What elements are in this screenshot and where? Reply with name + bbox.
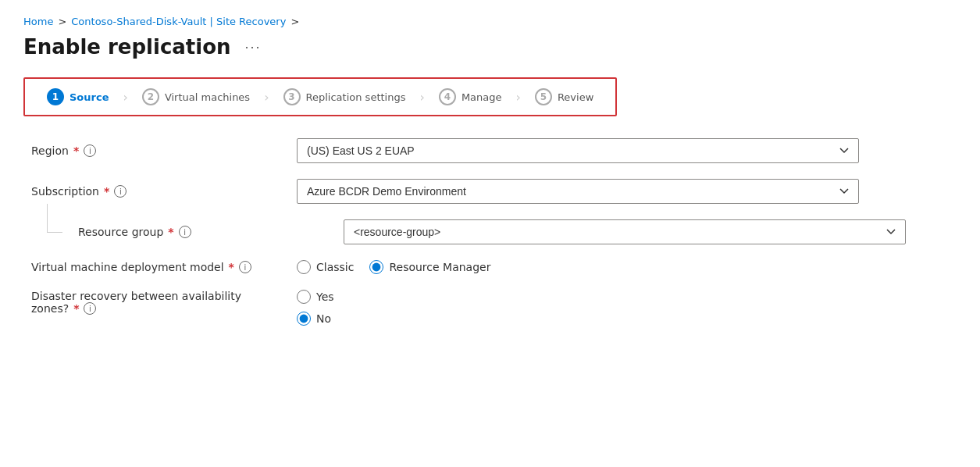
step-2-circle: 2 xyxy=(142,88,159,105)
divider-3: › xyxy=(419,90,424,105)
disaster-recovery-label: Disaster recovery between availability z… xyxy=(31,290,297,315)
disaster-recovery-yes-label: Yes xyxy=(316,291,334,303)
disaster-recovery-label-line1: Disaster recovery between availability xyxy=(31,290,241,302)
ellipsis-button[interactable]: ··· xyxy=(241,37,266,57)
step-1-label: Source xyxy=(69,91,109,103)
region-dropdown[interactable]: (US) East US 2 EUAP East US West US 2 We… xyxy=(297,138,859,163)
step-1-source[interactable]: 1 Source xyxy=(34,84,121,110)
disaster-recovery-no-label: No xyxy=(316,312,331,325)
region-row: Region * i (US) East US 2 EUAP East US W… xyxy=(31,138,949,163)
breadcrumb-home[interactable]: Home xyxy=(23,16,53,27)
disaster-recovery-no-radio[interactable] xyxy=(297,312,311,326)
subscription-info-icon[interactable]: i xyxy=(114,185,127,198)
steps-nav: 1 Source › 2 Virtual machines › 3 Replic… xyxy=(23,77,617,116)
deployment-model-resource-manager-option[interactable]: Resource Manager xyxy=(369,260,490,274)
breadcrumb-vault[interactable]: Contoso-Shared-Disk-Vault | Site Recover… xyxy=(71,16,286,27)
disaster-recovery-no-option[interactable]: No xyxy=(297,312,949,326)
disaster-recovery-info-icon[interactable]: i xyxy=(84,302,96,315)
disaster-recovery-row: Disaster recovery between availability z… xyxy=(31,290,949,326)
deployment-model-required: * xyxy=(229,261,234,273)
step-3-circle: 3 xyxy=(283,88,301,105)
resource-group-control: <resource-group> xyxy=(344,219,949,244)
resource-group-required: * xyxy=(168,226,173,238)
resource-group-row: Resource group * i <resource-group> xyxy=(31,219,949,244)
deployment-model-row: Virtual machine deployment model * i Cla… xyxy=(31,260,949,274)
disaster-recovery-required: * xyxy=(73,302,79,315)
deployment-model-resource-manager-radio[interactable] xyxy=(369,260,383,274)
region-control: (US) East US 2 EUAP East US West US 2 We… xyxy=(297,138,949,163)
subscription-control: Azure BCDR Demo Environment Visual Studi… xyxy=(297,179,949,204)
deployment-model-classic-radio[interactable] xyxy=(297,260,311,274)
subscription-dropdown[interactable]: Azure BCDR Demo Environment Visual Studi… xyxy=(297,179,859,204)
page-title: Enable replication xyxy=(23,35,231,59)
disaster-recovery-radio-group: Yes No xyxy=(297,290,949,326)
deployment-model-label: Virtual machine deployment model * i xyxy=(31,261,297,273)
subscription-required: * xyxy=(104,185,109,198)
breadcrumb-sep2: > xyxy=(290,16,299,27)
subscription-label: Subscription * i xyxy=(31,185,297,198)
disaster-recovery-yes-radio[interactable] xyxy=(297,290,311,304)
deployment-model-control: Classic Resource Manager xyxy=(297,260,949,274)
step-2-virtual-machines[interactable]: 2 Virtual machines xyxy=(130,84,262,110)
disaster-recovery-control: Yes No xyxy=(297,290,949,326)
step-1-circle: 1 xyxy=(47,88,64,105)
step-3-replication-settings[interactable]: 3 Replication settings xyxy=(271,84,419,110)
divider-2: › xyxy=(264,90,269,105)
step-4-manage[interactable]: 4 Manage xyxy=(426,84,515,110)
disaster-recovery-label-line2: zones? xyxy=(31,302,69,315)
subscription-row: Subscription * i Azure BCDR Demo Environ… xyxy=(31,179,949,204)
region-label-text: Region xyxy=(31,144,69,157)
disaster-recovery-yes-option[interactable]: Yes xyxy=(297,290,949,304)
breadcrumb: Home > Contoso-Shared-Disk-Vault | Site … xyxy=(23,16,957,27)
resource-group-label: Resource group * i xyxy=(78,226,344,238)
deployment-model-info-icon[interactable]: i xyxy=(239,261,251,273)
region-label: Region * i xyxy=(31,144,297,157)
deployment-model-label-text: Virtual machine deployment model xyxy=(31,261,224,273)
form-area: Region * i (US) East US 2 EUAP East US W… xyxy=(23,138,957,326)
breadcrumb-sep1: > xyxy=(58,16,66,27)
deployment-model-resource-manager-label: Resource Manager xyxy=(389,261,490,273)
step-3-label: Replication settings xyxy=(306,91,406,103)
step-5-circle: 5 xyxy=(535,88,552,105)
deployment-model-radio-group: Classic Resource Manager xyxy=(297,260,949,274)
divider-4: › xyxy=(516,90,521,105)
region-required: * xyxy=(73,144,79,157)
resource-group-dropdown[interactable]: <resource-group> xyxy=(344,219,906,244)
region-info-icon[interactable]: i xyxy=(84,144,96,157)
deployment-model-classic-option[interactable]: Classic xyxy=(297,260,354,274)
resource-group-info-icon[interactable]: i xyxy=(179,226,191,238)
subscription-label-text: Subscription xyxy=(31,185,99,198)
step-2-label: Virtual machines xyxy=(165,91,250,103)
deployment-model-classic-label: Classic xyxy=(316,261,354,273)
step-4-label: Manage xyxy=(461,91,502,103)
step-5-review[interactable]: 5 Review xyxy=(522,84,606,110)
step-5-label: Review xyxy=(558,91,593,103)
step-4-circle: 4 xyxy=(439,88,456,105)
resource-group-label-text: Resource group xyxy=(78,226,163,238)
divider-1: › xyxy=(123,90,127,105)
